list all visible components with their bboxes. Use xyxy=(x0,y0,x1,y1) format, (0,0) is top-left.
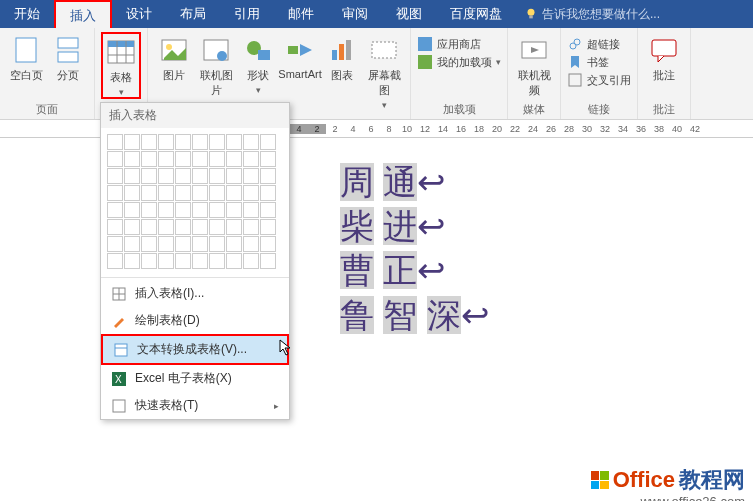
store-button[interactable]: 应用商店 xyxy=(417,36,501,52)
grid-cell[interactable] xyxy=(209,185,225,201)
grid-cell[interactable] xyxy=(141,253,157,269)
grid-cell[interactable] xyxy=(243,151,259,167)
grid-cell[interactable] xyxy=(192,168,208,184)
tab-insert[interactable]: 插入 xyxy=(54,0,112,28)
grid-cell[interactable] xyxy=(209,202,225,218)
my-addins-button[interactable]: 我的加载项 ▾ xyxy=(417,54,501,70)
grid-cell[interactable] xyxy=(124,236,140,252)
grid-cell[interactable] xyxy=(158,236,174,252)
grid-cell[interactable] xyxy=(107,236,123,252)
grid-cell[interactable] xyxy=(124,202,140,218)
grid-cell[interactable] xyxy=(260,134,276,150)
grid-cell[interactable] xyxy=(226,168,242,184)
grid-cell[interactable] xyxy=(175,185,191,201)
grid-cell[interactable] xyxy=(192,219,208,235)
online-video-button[interactable]: 联机视频 xyxy=(514,32,554,98)
grid-cell[interactable] xyxy=(158,168,174,184)
page-break-button[interactable]: 分页 xyxy=(48,32,88,83)
grid-cell[interactable] xyxy=(175,151,191,167)
grid-cell[interactable] xyxy=(260,219,276,235)
tab-references[interactable]: 引用 xyxy=(220,0,274,28)
grid-cell[interactable] xyxy=(260,236,276,252)
grid-cell[interactable] xyxy=(226,219,242,235)
convert-text-item[interactable]: 文本转换成表格(V)... xyxy=(101,334,289,365)
grid-cell[interactable] xyxy=(192,202,208,218)
grid-cell[interactable] xyxy=(107,134,123,150)
grid-cell[interactable] xyxy=(158,219,174,235)
grid-cell[interactable] xyxy=(158,134,174,150)
smartart-button[interactable]: SmartArt xyxy=(280,32,320,80)
grid-cell[interactable] xyxy=(243,202,259,218)
grid-cell[interactable] xyxy=(107,253,123,269)
grid-cell[interactable] xyxy=(175,236,191,252)
grid-cell[interactable] xyxy=(260,253,276,269)
grid-cell[interactable] xyxy=(158,202,174,218)
hyperlink-button[interactable]: 超链接 xyxy=(567,36,631,52)
grid-cell[interactable] xyxy=(209,219,225,235)
table-grid-picker[interactable] xyxy=(101,128,289,275)
grid-cell[interactable] xyxy=(141,185,157,201)
grid-cell[interactable] xyxy=(243,168,259,184)
grid-cell[interactable] xyxy=(107,168,123,184)
grid-cell[interactable] xyxy=(209,168,225,184)
document-content[interactable]: 周 通↩ 柴 进↩ 曹 正↩ 鲁 智 深↩ xyxy=(340,160,700,337)
grid-cell[interactable] xyxy=(107,151,123,167)
tab-view[interactable]: 视图 xyxy=(382,0,436,28)
grid-cell[interactable] xyxy=(209,151,225,167)
grid-cell[interactable] xyxy=(192,134,208,150)
grid-cell[interactable] xyxy=(226,134,242,150)
grid-cell[interactable] xyxy=(243,134,259,150)
grid-cell[interactable] xyxy=(107,185,123,201)
tab-design[interactable]: 设计 xyxy=(112,0,166,28)
tab-mailings[interactable]: 邮件 xyxy=(274,0,328,28)
grid-cell[interactable] xyxy=(124,168,140,184)
grid-cell[interactable] xyxy=(192,236,208,252)
grid-cell[interactable] xyxy=(209,253,225,269)
grid-cell[interactable] xyxy=(141,134,157,150)
grid-cell[interactable] xyxy=(192,151,208,167)
online-pictures-button[interactable]: 联机图片 xyxy=(196,32,236,98)
grid-cell[interactable] xyxy=(107,202,123,218)
draw-table-item[interactable]: 绘制表格(D) xyxy=(101,307,289,334)
grid-cell[interactable] xyxy=(226,151,242,167)
grid-cell[interactable] xyxy=(260,185,276,201)
grid-cell[interactable] xyxy=(158,185,174,201)
chart-button[interactable]: 图表 xyxy=(322,32,362,83)
grid-cell[interactable] xyxy=(226,253,242,269)
grid-cell[interactable] xyxy=(141,202,157,218)
tab-review[interactable]: 审阅 xyxy=(328,0,382,28)
grid-cell[interactable] xyxy=(124,134,140,150)
blank-page-button[interactable]: 空白页 xyxy=(6,32,46,83)
grid-cell[interactable] xyxy=(226,236,242,252)
grid-cell[interactable] xyxy=(141,236,157,252)
grid-cell[interactable] xyxy=(243,185,259,201)
comment-button[interactable]: 批注 xyxy=(644,32,684,83)
grid-cell[interactable] xyxy=(124,219,140,235)
grid-cell[interactable] xyxy=(107,219,123,235)
grid-cell[interactable] xyxy=(243,253,259,269)
grid-cell[interactable] xyxy=(158,253,174,269)
grid-cell[interactable] xyxy=(141,168,157,184)
grid-cell[interactable] xyxy=(175,253,191,269)
grid-cell[interactable] xyxy=(158,151,174,167)
screenshot-button[interactable]: 屏幕截图▾ xyxy=(364,32,404,110)
grid-cell[interactable] xyxy=(260,168,276,184)
tab-baidu[interactable]: 百度网盘 xyxy=(436,0,516,28)
grid-cell[interactable] xyxy=(192,253,208,269)
grid-cell[interactable] xyxy=(209,134,225,150)
grid-cell[interactable] xyxy=(124,185,140,201)
tab-layout[interactable]: 布局 xyxy=(166,0,220,28)
grid-cell[interactable] xyxy=(243,219,259,235)
excel-table-item[interactable]: X Excel 电子表格(X) xyxy=(101,365,289,392)
grid-cell[interactable] xyxy=(175,168,191,184)
grid-cell[interactable] xyxy=(124,151,140,167)
grid-cell[interactable] xyxy=(226,202,242,218)
crossref-button[interactable]: 交叉引用 xyxy=(567,72,631,88)
grid-cell[interactable] xyxy=(260,202,276,218)
grid-cell[interactable] xyxy=(175,134,191,150)
tab-home[interactable]: 开始 xyxy=(0,0,54,28)
grid-cell[interactable] xyxy=(175,202,191,218)
table-button[interactable]: 表格 ▾ xyxy=(101,32,141,99)
quick-tables-item[interactable]: 快速表格(T) ▸ xyxy=(101,392,289,419)
pictures-button[interactable]: 图片 xyxy=(154,32,194,83)
